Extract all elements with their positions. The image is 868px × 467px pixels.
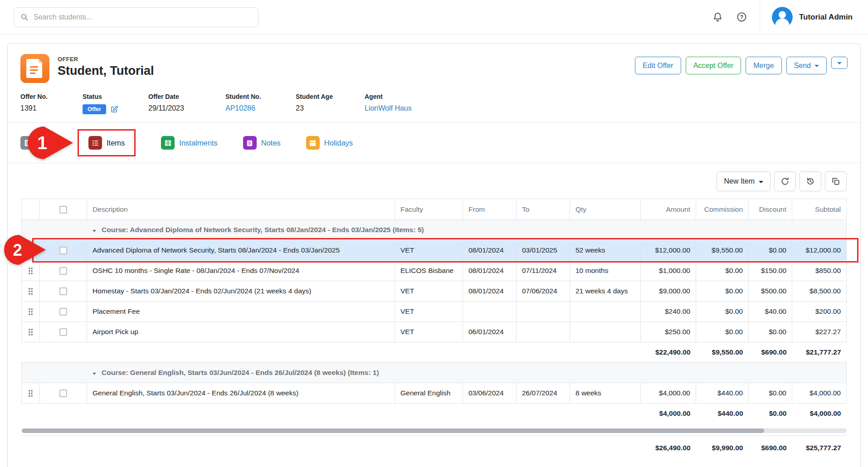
group-totals-row: $4,000.00 $440.00 $0.00 $4,000.00: [22, 404, 847, 424]
table-row[interactable]: Airport Pick up VET 06/01/2024 $250.00 $…: [22, 322, 847, 342]
student-no-link[interactable]: AP10286: [225, 104, 255, 112]
caret-down-icon: [814, 65, 819, 67]
send-button-label: Send: [794, 61, 811, 70]
collapse-caret-icon[interactable]: [93, 373, 96, 375]
drag-handle-icon[interactable]: [28, 308, 33, 316]
cell-discount: $0.00: [749, 383, 792, 404]
accept-offer-button[interactable]: Accept Offer: [686, 57, 741, 74]
group-totals-row: $22,490.00 $9,550.00 $690.00 $21,777.27: [22, 342, 847, 363]
drag-cell[interactable]: [22, 302, 40, 322]
svg-text:1: 1: [37, 133, 47, 153]
cell-qty: 52 weeks: [570, 240, 641, 261]
drag-handle-icon[interactable]: [28, 389, 33, 397]
row-checkbox[interactable]: [59, 308, 67, 316]
select-all-checkbox[interactable]: [59, 206, 67, 214]
grand-total-commission: $9,990.00: [696, 436, 749, 460]
more-actions-button[interactable]: [831, 57, 848, 69]
student-no-label: Student No.: [225, 93, 296, 100]
row-checkbox[interactable]: [59, 287, 67, 295]
hscrollbar-thumb[interactable]: [22, 428, 764, 433]
cell-description: Homestay - Starts 03/Jan/2024 - Ends 02/…: [87, 281, 395, 302]
cell-subtotal: $8,500.00: [792, 281, 847, 302]
refresh-button[interactable]: [774, 171, 796, 191]
cell-faculty: VET: [395, 322, 463, 342]
drag-handle-icon[interactable]: [28, 328, 33, 336]
history-clock-icon: [806, 177, 815, 186]
grand-total-subtotal: $25,777.27: [792, 436, 847, 460]
cell-subtotal: $850.00: [792, 261, 847, 281]
group-header-row[interactable]: Course: General English, Starts 03/Jun/2…: [22, 363, 847, 383]
offer-icon: [20, 54, 49, 83]
checkbox-cell[interactable]: [40, 240, 87, 261]
tab-holidays[interactable]: Holidays: [306, 136, 353, 150]
tab-items[interactable]: Items: [88, 136, 125, 150]
search-box[interactable]: [14, 7, 258, 27]
tab-notes[interactable]: Notes: [243, 136, 281, 150]
table-row[interactable]: General English, Starts 03/Jun/2024 - En…: [22, 383, 847, 404]
cell-faculty: VET: [395, 240, 463, 261]
cell-faculty: General English: [395, 383, 463, 404]
group-header-row[interactable]: Course: Advanced Diploma of Network Secu…: [22, 220, 847, 240]
drag-cell[interactable]: [22, 322, 40, 342]
offer-date-label: Offer Date: [148, 93, 225, 100]
drag-handle-icon[interactable]: [28, 267, 33, 275]
drag-handle-icon[interactable]: [28, 287, 33, 295]
cell-description: General English, Starts 03/Jun/2024 - En…: [87, 383, 395, 404]
drag-cell[interactable]: [22, 281, 40, 302]
agent-link[interactable]: LionWolf Haus: [365, 104, 412, 112]
checkbox-cell[interactable]: [40, 281, 87, 302]
col-to: To: [517, 199, 570, 220]
row-checkbox[interactable]: [59, 267, 67, 275]
drag-cell[interactable]: [22, 261, 40, 281]
drag-column-header: [22, 199, 40, 220]
help-button[interactable]: ?: [736, 12, 747, 22]
checkbox-cell[interactable]: [40, 383, 87, 404]
svg-text:?: ?: [740, 14, 743, 20]
cell-from: 03/06/2024: [463, 383, 517, 404]
table-row[interactable]: Placement Fee VET $240.00 $0.00 $40.00 $…: [22, 302, 847, 322]
col-subtotal: Subtotal: [792, 199, 847, 220]
offer-no-value: 1391: [20, 104, 83, 112]
checkbox-cell[interactable]: [40, 302, 87, 322]
drag-cell[interactable]: [22, 240, 40, 261]
user-name[interactable]: Tutorial Admin: [799, 13, 853, 22]
drag-cell[interactable]: [22, 383, 40, 404]
question-circle-icon: ?: [736, 12, 747, 22]
table-row[interactable]: OSHC 10 months - Single Rate - 08/Jan/20…: [22, 261, 847, 281]
notifications-button[interactable]: [712, 12, 723, 22]
row-checkbox[interactable]: [59, 389, 67, 397]
group-total-commission: $440.00: [696, 404, 749, 424]
cell-from: 08/01/2024: [463, 281, 517, 302]
cell-discount: $0.00: [749, 322, 792, 342]
row-checkbox[interactable]: [59, 247, 67, 254]
table-row[interactable]: Advanced Diploma of Network Security, St…: [22, 240, 847, 261]
col-discount: Discount: [749, 199, 792, 220]
table-row[interactable]: Homestay - Starts 03/Jan/2024 - Ends 02/…: [22, 281, 847, 302]
grand-totals-row: $26,490.00 $9,990.00 $690.00 $25,777.27: [22, 436, 847, 460]
history-button[interactable]: [800, 171, 821, 191]
cell-faculty: ELICOS Bisbane: [395, 261, 463, 281]
drag-handle-icon[interactable]: [28, 247, 33, 254]
cell-to: 03/01/2025: [517, 240, 570, 261]
copy-icon: [831, 177, 840, 186]
send-button[interactable]: Send: [786, 57, 827, 74]
edit-offer-button[interactable]: Edit Offer: [635, 57, 681, 74]
checkbox-cell[interactable]: [40, 261, 87, 281]
hscrollbar-track[interactable]: [22, 428, 847, 433]
group-title: Course: Advanced Diploma of Network Secu…: [102, 226, 424, 234]
merge-button[interactable]: Merge: [746, 57, 781, 74]
avatar[interactable]: [772, 7, 793, 28]
cell-from: [463, 302, 517, 322]
copy-button[interactable]: [825, 171, 847, 191]
new-item-button[interactable]: New Item: [717, 171, 770, 191]
checkbox-cell[interactable]: [40, 322, 87, 342]
group-total-discount: $690.00: [749, 342, 792, 363]
cell-commission: $0.00: [696, 322, 749, 342]
tab-instalments[interactable]: Instalments: [161, 136, 217, 150]
search-input[interactable]: [34, 13, 252, 21]
collapse-caret-icon[interactable]: [93, 230, 96, 232]
topbar-right: ? Tutorial Admin: [699, 0, 853, 34]
group-total-subtotal: $21,777.27: [792, 342, 847, 363]
status-edit-icon[interactable]: [110, 105, 118, 113]
row-checkbox[interactable]: [59, 328, 67, 336]
